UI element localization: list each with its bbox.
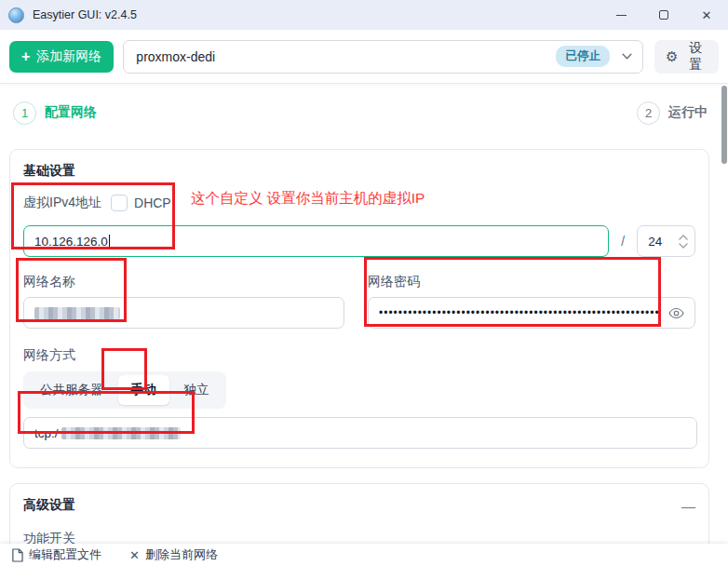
ipv4-label-row: 虚拟IPv4地址 DHCP bbox=[23, 195, 695, 211]
tab-public-server[interactable]: 公共服务器 bbox=[27, 375, 116, 405]
basic-settings-card: 基础设置 虚拟IPv4地址 DHCP 10.126.126.0 / 24 bbox=[9, 149, 709, 468]
advanced-settings-title: 高级设置 bbox=[23, 497, 75, 514]
toolbar: + 添加新网络 proxmox-dedi 已停止 ⚙ 设置 bbox=[0, 30, 728, 84]
ipv4-address-label: 虚拟IPv4地址 bbox=[23, 195, 101, 211]
plus-icon: + bbox=[21, 49, 30, 64]
prefix-separator: / bbox=[616, 234, 629, 249]
close-icon: ✕ bbox=[702, 9, 712, 21]
text-cursor bbox=[109, 235, 110, 249]
minimize-icon bbox=[616, 15, 627, 16]
ipv4-address-input[interactable]: 10.126.126.0 bbox=[23, 225, 609, 257]
edit-config-label: 编辑配置文件 bbox=[29, 546, 101, 563]
step-2-circle: 2 bbox=[637, 101, 660, 125]
peer-url-input[interactable]: tcp:/ bbox=[23, 417, 697, 449]
toggle-password-visibility-button[interactable] bbox=[668, 305, 684, 321]
window-controls: ✕ bbox=[600, 0, 728, 30]
footer-bar: 编辑配置文件 ✕ 删除当前网络 bbox=[0, 544, 728, 566]
network-password-input[interactable]: ••••••••••••••••••••••••••••••••••••••••… bbox=[368, 297, 695, 329]
delete-network-link[interactable]: ✕ 删除当前网络 bbox=[129, 546, 218, 563]
close-button[interactable]: ✕ bbox=[685, 0, 728, 30]
network-select-value: proxmox-dedi bbox=[136, 49, 556, 64]
network-password-field: 网络密码 •••••••••••••••••••••••••••••••••••… bbox=[368, 274, 695, 329]
window-title: Easytier GUI: v2.4.5 bbox=[33, 8, 600, 21]
prefix-length-stepper[interactable]: 24 bbox=[637, 225, 695, 257]
chevron-down-icon bbox=[621, 50, 633, 62]
app-logo-icon bbox=[8, 7, 24, 23]
password-masked-value: ••••••••••••••••••••••••••••••••••••••••… bbox=[379, 306, 658, 319]
step-2-label: 运行中 bbox=[668, 104, 708, 121]
status-badge: 已停止 bbox=[556, 46, 610, 67]
minimize-button[interactable] bbox=[600, 0, 642, 30]
chevron-up-icon bbox=[679, 235, 688, 240]
prefix-length-value: 24 bbox=[648, 235, 662, 249]
dhcp-checkbox[interactable] bbox=[111, 195, 128, 211]
name-password-row: 网络名称 网络密码 ••••••••••••••••••••••••••••••… bbox=[23, 274, 695, 329]
document-icon bbox=[11, 548, 23, 562]
step-indicator: 1 配置网络 2 运行中 bbox=[13, 101, 708, 125]
tab-manual[interactable]: 手动 bbox=[118, 375, 169, 405]
advanced-settings-header: 高级设置 — bbox=[23, 497, 695, 514]
add-network-label: 添加新网络 bbox=[36, 48, 101, 65]
peer-url-prefix: tcp:/ bbox=[34, 426, 59, 440]
basic-settings-title: 基础设置 bbox=[23, 163, 695, 180]
network-name-field: 网络名称 bbox=[23, 274, 344, 329]
network-password-label: 网络密码 bbox=[368, 274, 695, 290]
dhcp-toggle[interactable]: DHCP bbox=[111, 195, 171, 211]
vertical-scrollbar-thumb[interactable] bbox=[721, 86, 727, 164]
edit-config-link[interactable]: 编辑配置文件 bbox=[11, 546, 101, 563]
network-select[interactable]: proxmox-dedi 已停止 bbox=[123, 40, 643, 74]
settings-button[interactable]: ⚙ 设置 bbox=[654, 40, 719, 74]
main-content: 1 配置网络 2 运行中 基础设置 虚拟IPv4地址 DHCP 10.126.1… bbox=[0, 101, 728, 566]
step-configure-network[interactable]: 1 配置网络 bbox=[13, 101, 97, 125]
gear-icon: ⚙ bbox=[666, 48, 678, 65]
network-method-tabs: 公共服务器 手动 独立 bbox=[23, 371, 226, 409]
ipv4-input-row: 10.126.126.0 / 24 bbox=[23, 225, 695, 257]
step-1-label: 配置网络 bbox=[45, 104, 97, 121]
collapse-button[interactable]: — bbox=[681, 499, 695, 513]
delete-network-label: 删除当前网络 bbox=[145, 546, 218, 563]
settings-label: 设置 bbox=[683, 40, 708, 74]
tab-standalone[interactable]: 独立 bbox=[171, 375, 222, 405]
minus-icon: — bbox=[681, 498, 695, 514]
x-icon: ✕ bbox=[129, 548, 140, 562]
network-name-label: 网络名称 bbox=[23, 274, 344, 290]
step-1-circle: 1 bbox=[13, 101, 36, 125]
step-running[interactable]: 2 运行中 bbox=[637, 101, 708, 125]
title-bar: Easytier GUI: v2.4.5 ✕ bbox=[0, 0, 728, 30]
stepper-arrows[interactable] bbox=[679, 235, 688, 249]
network-method-label: 网络方式 bbox=[23, 347, 695, 364]
chevron-down-icon bbox=[679, 243, 688, 249]
eye-icon bbox=[668, 305, 684, 321]
add-network-button[interactable]: + 添加新网络 bbox=[9, 41, 114, 73]
maximize-button[interactable] bbox=[642, 0, 685, 30]
redacted-peer-url bbox=[61, 427, 181, 439]
redacted-network-name bbox=[34, 307, 120, 319]
ipv4-address-value: 10.126.126.0 bbox=[34, 235, 108, 249]
maximize-icon bbox=[659, 10, 668, 20]
network-name-input[interactable] bbox=[23, 297, 344, 329]
dhcp-label: DHCP bbox=[134, 195, 171, 210]
